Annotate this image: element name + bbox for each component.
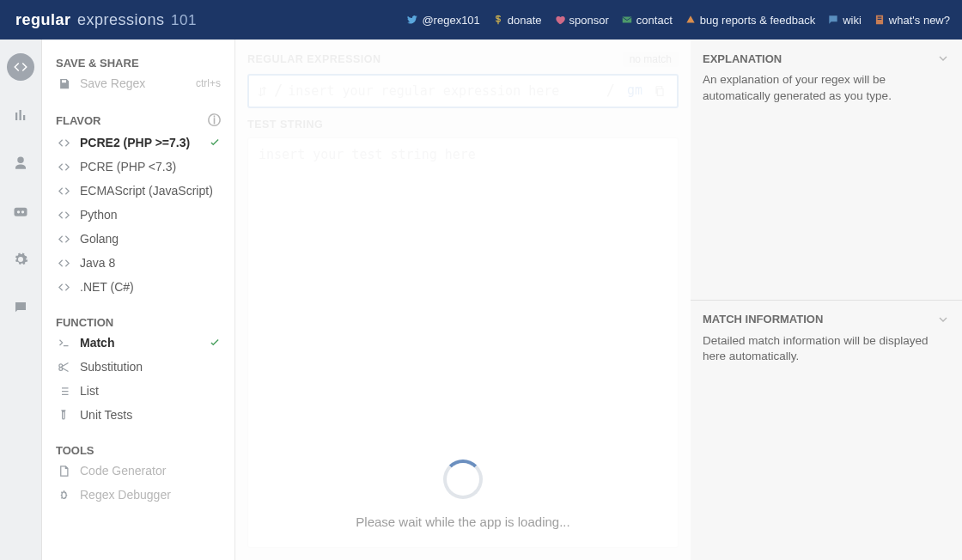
nav-whatsnew[interactable]: what's new? <box>872 10 952 30</box>
section-title: FLAVOR <box>56 114 100 127</box>
code-icon <box>56 209 71 222</box>
flavor-label: Python <box>80 208 118 222</box>
nav-label: bug reports & feedback <box>700 14 815 27</box>
collapse-explanation-icon[interactable] <box>936 52 950 65</box>
function-label: Match <box>80 336 114 350</box>
test-string-header: TEST STRING <box>235 117 691 137</box>
regex-input-box: ⇵ / / gm <box>247 74 679 108</box>
section-flavor: FLAVOR ⓘ <box>42 107 234 131</box>
dollar-icon <box>492 14 504 26</box>
flavor-item[interactable]: .NET (C#) <box>42 275 234 299</box>
list-icon <box>56 385 71 398</box>
logo-part-1: regular <box>15 11 71 28</box>
rail-quiz[interactable] <box>7 198 34 225</box>
section-tools: TOOLS <box>42 439 234 459</box>
flag-icon <box>685 14 697 26</box>
nav-contact[interactable]: contact <box>619 10 674 30</box>
logo-part-2: expressions <box>77 11 165 28</box>
logo-part-3: 101 <box>171 12 197 28</box>
match-info-box: MATCH INFORMATION Detailed match informa… <box>691 300 962 561</box>
flavor-item[interactable]: PCRE2 (PHP >=7.3) <box>42 131 234 155</box>
nav-label: @regex101 <box>422 14 479 27</box>
mail-icon <box>621 14 633 26</box>
site-logo[interactable]: regular expressions 101 <box>15 11 197 29</box>
regex-flags[interactable]: gm <box>620 82 649 100</box>
function-label: Unit Tests <box>80 408 132 422</box>
flavor-help-icon[interactable]: ⓘ <box>208 113 221 129</box>
flavor-item[interactable]: ECMAScript (JavaScript) <box>42 179 234 203</box>
left-rail <box>0 40 42 560</box>
code-icon <box>56 137 71 149</box>
left-panel: SAVE & SHARE Save Regex ctrl+s FLAVOR ⓘ … <box>42 40 235 560</box>
nav-donate[interactable]: donate <box>490 10 544 30</box>
save-shortcut: ctrl+s <box>196 77 221 89</box>
function-label: List <box>80 384 99 398</box>
section-save-share: SAVE & SHARE <box>42 52 234 71</box>
vial-icon <box>56 409 71 422</box>
check-icon <box>209 337 221 349</box>
section-title: FUNCTION <box>56 316 113 329</box>
tool-item[interactable]: Code Generator <box>42 459 234 483</box>
match-info-header: MATCH INFORMATION <box>703 313 823 326</box>
save-regex-label: Save Regex <box>80 76 145 90</box>
center-panel: REGULAR EXPRESSION no match ⇵ / / gm TES… <box>235 40 691 560</box>
flavor-label: PCRE (PHP <7.3) <box>80 160 176 173</box>
explanation-box: EXPLANATION An explanation of your regex… <box>691 40 962 300</box>
function-item[interactable]: List <box>42 379 234 403</box>
match-info-body: Detailed match information will be displ… <box>691 333 962 378</box>
section-title: SAVE & SHARE <box>56 57 139 70</box>
flavor-item[interactable]: PCRE (PHP <7.3) <box>42 155 234 179</box>
copy-regex-icon[interactable] <box>649 84 670 98</box>
right-panel: EXPLANATION An explanation of your regex… <box>691 40 962 560</box>
check-icon <box>209 137 221 149</box>
delimiter-switcher[interactable]: ⇵ <box>254 85 269 98</box>
code-icon <box>56 233 71 246</box>
nav-label: contact <box>636 14 673 27</box>
nav-label: wiki <box>843 14 862 27</box>
nav-label: sponsor <box>569 14 609 27</box>
flavor-label: ECMAScript (JavaScript) <box>80 184 213 198</box>
regex-input[interactable] <box>288 76 600 107</box>
flavor-label: .NET (C#) <box>80 280 134 294</box>
rail-chat[interactable] <box>7 294 34 321</box>
save-regex-button[interactable]: Save Regex ctrl+s <box>42 71 234 95</box>
regex-header-row: REGULAR EXPRESSION no match <box>235 40 691 74</box>
match-status-badge: no match <box>623 52 679 67</box>
scissors-icon <box>56 361 71 374</box>
nav-wiki[interactable]: wiki <box>825 10 863 30</box>
nav-label: what's new? <box>889 14 950 27</box>
save-icon <box>56 77 71 90</box>
regex-delim-close: / <box>601 82 620 100</box>
nav-bugs[interactable]: bug reports & feedback <box>683 10 817 30</box>
function-item[interactable]: Substitution <box>42 355 234 379</box>
nav-sponsor[interactable]: sponsor <box>552 10 611 30</box>
function-item[interactable]: Match <box>42 331 234 355</box>
terminal-icon <box>56 337 71 350</box>
rail-library[interactable] <box>7 101 34 129</box>
page-icon <box>56 465 71 478</box>
heart-icon <box>554 14 566 26</box>
nav-label: donate <box>508 14 542 27</box>
section-function: FUNCTION <box>42 311 234 331</box>
regex-header: REGULAR EXPRESSION <box>247 53 381 65</box>
function-item[interactable]: Unit Tests <box>42 403 234 427</box>
regex-delim-open: / <box>269 82 288 100</box>
tool-label: Code Generator <box>80 464 166 478</box>
rail-regex-editor[interactable] <box>7 53 34 81</box>
test-string-placeholder: insert your test string here <box>259 147 476 162</box>
flavor-item[interactable]: Golang <box>42 227 234 251</box>
rail-account[interactable] <box>7 149 34 177</box>
explanation-header: EXPLANATION <box>703 52 782 65</box>
rail-settings[interactable] <box>7 246 34 273</box>
flavor-item[interactable]: Java 8 <box>42 251 234 275</box>
chat-icon <box>827 14 839 26</box>
flavor-item[interactable]: Python <box>42 203 234 227</box>
test-string-input[interactable]: insert your test string here <box>247 137 679 548</box>
function-label: Substitution <box>80 360 143 374</box>
collapse-match-icon[interactable] <box>936 313 950 326</box>
nav-twitter[interactable]: @regex101 <box>405 10 481 30</box>
bug-icon <box>56 489 71 502</box>
flavor-label: Java 8 <box>80 256 115 270</box>
twitter-icon <box>406 14 418 26</box>
tool-item[interactable]: Regex Debugger <box>42 483 234 507</box>
